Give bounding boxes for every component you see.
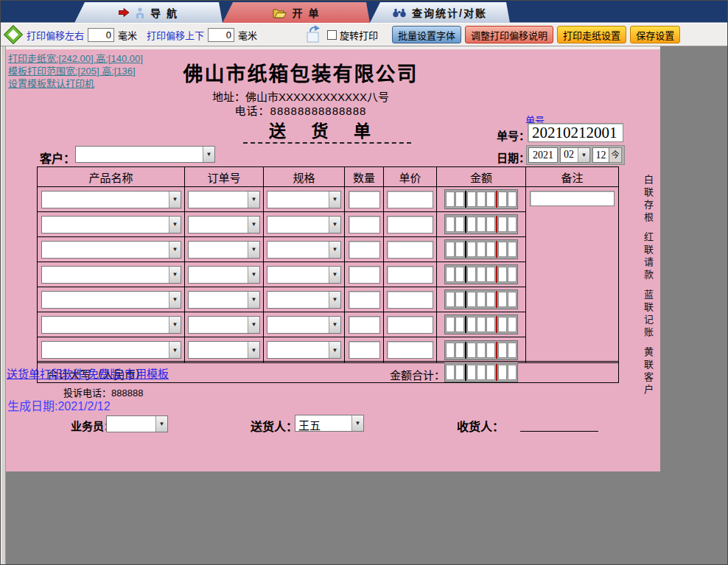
- qty-input[interactable]: [349, 241, 380, 259]
- amount-digit-box[interactable]: [467, 317, 476, 332]
- amount-digit-grid[interactable]: [444, 340, 518, 360]
- amount-digit-box[interactable]: [467, 343, 476, 358]
- price-input[interactable]: [387, 241, 433, 259]
- amount-digit-box[interactable]: [455, 217, 464, 232]
- qty-input[interactable]: [349, 266, 380, 284]
- product-select-arrow-icon[interactable]: ▼: [169, 342, 181, 358]
- price-input[interactable]: [387, 216, 433, 234]
- amount-digit-grid[interactable]: [444, 189, 518, 209]
- product-select-arrow-icon[interactable]: ▼: [169, 242, 181, 258]
- amount-digit-grid[interactable]: [444, 264, 518, 284]
- date-day-input[interactable]: 12: [592, 147, 609, 163]
- amount-digit-box[interactable]: [477, 192, 486, 207]
- amount-digit-box[interactable]: [498, 365, 507, 380]
- amount-digit-box[interactable]: [486, 343, 495, 358]
- amount-digit-box[interactable]: [455, 292, 464, 307]
- product-select[interactable]: ▼: [41, 241, 181, 259]
- amount-digit-box[interactable]: [446, 343, 455, 358]
- amount-digit-box[interactable]: [446, 192, 455, 207]
- price-input[interactable]: [387, 291, 433, 309]
- spec-select-arrow-icon[interactable]: ▼: [329, 342, 340, 358]
- spec-select[interactable]: ▼: [267, 191, 341, 208]
- amount-digit-box[interactable]: [477, 217, 486, 232]
- amount-digit-box[interactable]: [467, 292, 476, 307]
- amount-total-grid[interactable]: [444, 362, 518, 382]
- order-no-select-arrow-icon[interactable]: ▼: [248, 267, 259, 283]
- product-select-arrow-icon[interactable]: ▼: [169, 292, 181, 308]
- batch-font-button[interactable]: 批量设置字体: [392, 26, 461, 43]
- amount-digit-box[interactable]: [498, 292, 507, 307]
- order-no-select-arrow-icon[interactable]: ▼: [248, 217, 259, 233]
- amount-digit-box[interactable]: [498, 317, 507, 332]
- amount-digit-box[interactable]: [477, 242, 486, 257]
- amount-digit-box[interactable]: [446, 292, 455, 307]
- amount-digit-box[interactable]: [455, 365, 464, 380]
- order-no-select[interactable]: ▼: [188, 266, 260, 284]
- amount-digit-box[interactable]: [446, 217, 455, 232]
- amount-digit-grid[interactable]: [444, 289, 518, 309]
- spec-select-arrow-icon[interactable]: ▼: [329, 242, 340, 258]
- amount-digit-box[interactable]: [486, 242, 495, 257]
- amount-digit-box[interactable]: [486, 267, 495, 282]
- salesman-select[interactable]: ▼: [106, 415, 168, 432]
- offset-lr-input[interactable]: [88, 28, 114, 42]
- product-select[interactable]: ▼: [41, 341, 181, 359]
- date-month-select[interactable]: 02 ▼: [560, 147, 590, 163]
- generated-date-link[interactable]: 生成日期:2021/2/12: [7, 396, 111, 414]
- amount-digit-grid[interactable]: [444, 315, 518, 334]
- product-select-arrow-icon[interactable]: ▼: [169, 192, 181, 208]
- order-no-select[interactable]: ▼: [188, 191, 260, 208]
- amount-digit-box[interactable]: [446, 317, 455, 332]
- price-input[interactable]: [387, 266, 433, 284]
- qty-input[interactable]: [349, 216, 380, 234]
- amount-digit-grid[interactable]: [444, 239, 518, 259]
- amount-digit-box[interactable]: [508, 267, 517, 282]
- product-select[interactable]: ▼: [41, 316, 181, 334]
- tab-navigation[interactable]: 导 航: [74, 2, 223, 23]
- customer-select[interactable]: ▼: [75, 146, 215, 163]
- amount-digit-box[interactable]: [477, 292, 486, 307]
- amount-digit-box[interactable]: [467, 242, 476, 257]
- amount-digit-box[interactable]: [486, 292, 495, 307]
- order-no-select[interactable]: ▼: [188, 216, 260, 234]
- order-no-select-arrow-icon[interactable]: ▼: [248, 192, 259, 208]
- amount-digit-box[interactable]: [486, 192, 495, 207]
- order-no-select[interactable]: ▼: [188, 241, 260, 259]
- order-no-select-arrow-icon[interactable]: ▼: [248, 292, 259, 308]
- spec-select-arrow-icon[interactable]: ▼: [329, 317, 340, 333]
- product-select[interactable]: ▼: [41, 216, 181, 234]
- qty-input[interactable]: [349, 291, 380, 309]
- spec-select-arrow-icon[interactable]: ▼: [329, 267, 340, 283]
- spec-select[interactable]: ▼: [267, 291, 341, 309]
- product-select-arrow-icon[interactable]: ▼: [169, 317, 181, 333]
- amount-digit-box[interactable]: [508, 192, 517, 207]
- amount-digit-box[interactable]: [477, 343, 486, 358]
- amount-digit-box[interactable]: [467, 365, 476, 380]
- amount-digit-box[interactable]: [498, 343, 507, 358]
- qty-input[interactable]: [349, 191, 380, 208]
- order-no-select[interactable]: ▼: [188, 341, 260, 359]
- spec-select-arrow-icon[interactable]: ▼: [329, 192, 340, 208]
- amount-digit-box[interactable]: [498, 217, 507, 232]
- amount-digit-box[interactable]: [477, 267, 486, 282]
- product-select[interactable]: ▼: [41, 266, 181, 284]
- amount-digit-box[interactable]: [455, 242, 464, 257]
- amount-digit-box[interactable]: [446, 267, 455, 282]
- order-no-select-arrow-icon[interactable]: ▼: [248, 242, 259, 258]
- order-no-select[interactable]: ▼: [188, 291, 260, 309]
- qty-input[interactable]: [349, 316, 380, 334]
- spec-select[interactable]: ▼: [267, 316, 341, 334]
- paper-feed-settings-button[interactable]: 打印走纸设置: [557, 26, 626, 43]
- amount-digit-box[interactable]: [455, 317, 464, 332]
- order-no-select-arrow-icon[interactable]: ▼: [248, 342, 259, 358]
- spec-select[interactable]: ▼: [267, 266, 341, 284]
- spec-select-arrow-icon[interactable]: ▼: [329, 292, 340, 308]
- order-no-select-arrow-icon[interactable]: ▼: [248, 317, 259, 333]
- deliverer-select[interactable]: 王五 ▼: [295, 415, 364, 432]
- save-settings-button[interactable]: 保存设置: [630, 26, 680, 43]
- rotate-print-checkbox[interactable]: [327, 30, 337, 40]
- amount-digit-box[interactable]: [508, 365, 517, 380]
- amount-digit-box[interactable]: [455, 267, 464, 282]
- amount-digit-box[interactable]: [455, 343, 464, 358]
- amount-digit-box[interactable]: [508, 292, 517, 307]
